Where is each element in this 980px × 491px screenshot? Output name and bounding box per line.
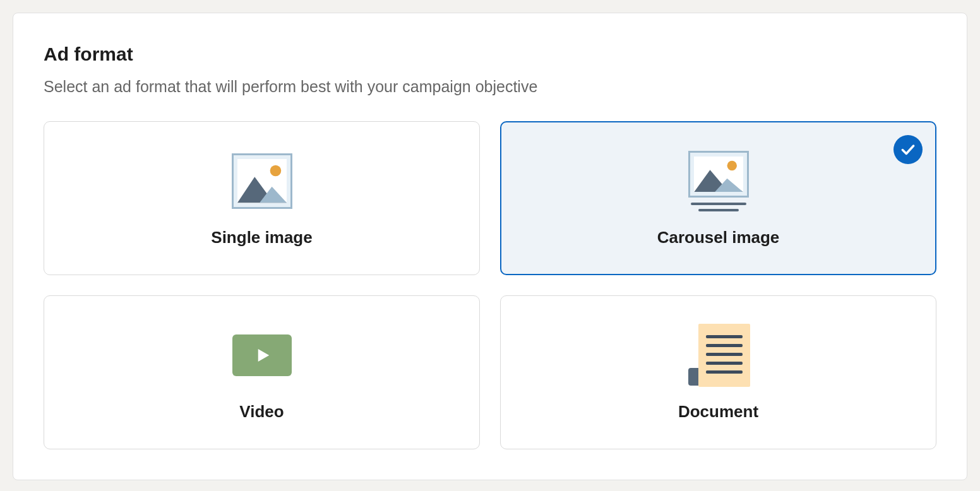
option-document[interactable]: Document [500,295,936,449]
option-label: Single image [211,228,312,247]
document-icon [687,324,750,387]
svg-point-0 [270,165,281,176]
selected-check-icon [893,135,923,164]
video-icon [232,324,292,387]
option-label: Carousel image [657,228,780,247]
option-label: Document [678,402,758,422]
option-single-image[interactable]: Single image [44,121,480,275]
svg-marker-6 [258,349,269,362]
carousel-image-icon [688,150,749,213]
single-image-icon [232,150,292,213]
svg-point-3 [727,160,736,170]
ad-format-options: Single image [44,121,936,449]
option-carousel-image[interactable]: Carousel image [500,121,936,275]
ad-format-card: Ad format Select an ad format that will … [13,13,967,480]
section-subtitle: Select an ad format that will perform be… [44,78,936,96]
option-label: Video [239,402,284,422]
option-video[interactable]: Video [44,295,480,449]
section-title: Ad format [44,44,936,65]
